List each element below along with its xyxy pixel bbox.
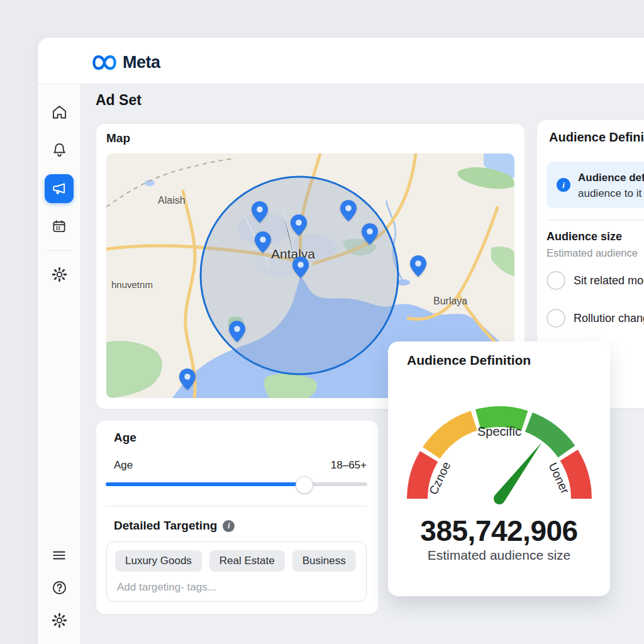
map-pin[interactable] xyxy=(179,369,196,390)
targeting-tag[interactable]: Business xyxy=(292,550,356,572)
map-card-title: Map xyxy=(106,131,130,145)
map-pin[interactable] xyxy=(291,214,307,236)
megaphone-icon xyxy=(51,180,67,197)
targeting-placeholder: Add targeting- tags... xyxy=(117,581,216,594)
map-label-town: Alaish xyxy=(158,195,186,206)
map-label-town: hnuvetnm xyxy=(111,279,153,290)
home-icon[interactable] xyxy=(50,103,68,121)
info-text: Audience def audience to it xyxy=(578,170,644,201)
targeting-tag[interactable]: Real Estate xyxy=(209,550,285,572)
brand-name: Meta xyxy=(123,53,160,72)
map-pin[interactable] xyxy=(340,200,357,221)
gear-icon[interactable] xyxy=(50,611,68,629)
sidebar-divider xyxy=(47,250,72,251)
meta-logo[interactable]: Meta xyxy=(92,53,160,72)
targeting-tag[interactable]: Luxury Goods xyxy=(115,550,202,572)
estimated-audience-caption: Estimated audience size xyxy=(388,548,610,563)
radio-label: Sit related mod xyxy=(574,274,644,287)
gear-icon[interactable] xyxy=(50,265,68,283)
audience-option-2[interactable]: Rollutior chang xyxy=(547,309,644,328)
age-label: Age xyxy=(114,459,133,472)
audience-size-title: Audience size xyxy=(547,230,622,243)
age-card-title: Age xyxy=(114,431,136,445)
bell-icon[interactable] xyxy=(50,141,68,158)
map-pin[interactable] xyxy=(410,255,426,277)
divider xyxy=(106,506,367,506)
info-icon: i xyxy=(557,178,570,192)
info-text-bold: Audience def xyxy=(578,172,644,184)
age-range-value: 18–65+ xyxy=(331,459,367,472)
radio-icon[interactable] xyxy=(547,309,565,328)
gauge-card-title: Audience Definition xyxy=(407,353,531,368)
map-pin[interactable] xyxy=(292,257,309,278)
sidebar xyxy=(38,84,81,644)
app-header: Meta xyxy=(38,38,644,84)
map-pin[interactable] xyxy=(255,231,271,253)
sidebar-item-campaigns[interactable] xyxy=(45,174,74,203)
age-card: Age Age 18–65+ Detailed Targeting i Luxu… xyxy=(96,420,379,614)
map-label-town: Burlaya xyxy=(433,296,467,307)
divider xyxy=(547,219,644,220)
help-icon[interactable] xyxy=(50,579,68,596)
map-pin[interactable] xyxy=(252,201,268,223)
detailed-targeting-title: Detailed Targeting i xyxy=(114,519,235,533)
info-text-rest: audience to it xyxy=(578,187,641,199)
audience-option-1[interactable]: Sit related mod xyxy=(547,271,644,290)
age-slider-handle[interactable] xyxy=(296,476,313,494)
map-pin[interactable] xyxy=(229,321,245,342)
age-slider[interactable] xyxy=(106,476,367,492)
page-title: Ad Set xyxy=(96,92,142,109)
targeting-input[interactable]: Luxury GoodsReal EstateBusiness Add targ… xyxy=(106,541,367,602)
info-icon[interactable]: i xyxy=(223,520,235,532)
audience-definition-gauge-card: Audience Definition Specific Cznoe Uoner… xyxy=(388,341,610,596)
radio-icon[interactable] xyxy=(547,271,565,290)
panel-title: Audience Definit xyxy=(549,130,644,145)
detailed-targeting-label: Detailed Targeting xyxy=(114,519,217,533)
audience-size-caption: Estimated audience xyxy=(547,247,638,259)
audience-info-box: i Audience def audience to it xyxy=(547,162,644,208)
targeting-tags: Luxury GoodsReal EstateBusiness xyxy=(115,550,356,572)
meta-infinity-icon xyxy=(92,55,117,70)
gauge-needle xyxy=(494,443,541,504)
estimated-audience-value: 385,742,906 xyxy=(388,514,610,548)
gauge-label-top: Specific xyxy=(477,425,521,438)
age-slider-fill xyxy=(106,482,304,486)
menu-icon[interactable] xyxy=(50,547,68,564)
map-pin[interactable] xyxy=(362,223,378,245)
calendar-icon[interactable] xyxy=(50,218,68,235)
radio-label: Rollutior chang xyxy=(574,312,644,325)
